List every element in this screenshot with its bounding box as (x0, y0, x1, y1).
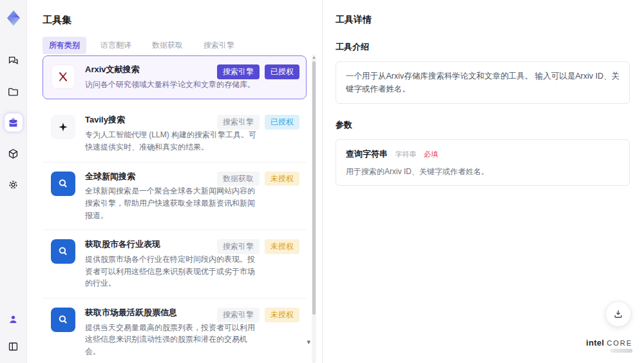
search-app-icon (51, 308, 75, 332)
tool-description: 全球新闻搜索是一个聚合全球各大新闻网站内容的搜索引擎，帮助用户快速获取全球最新资… (85, 185, 261, 221)
scroll-down-indicator: ▾ (307, 338, 310, 346)
param-required-flag: 必填 (424, 150, 438, 158)
category-badge: 搜索引擎 (217, 308, 260, 322)
intro-text: 一个用于从Arxiv存储库搜索科学论文和文章的工具。 输入可以是Arxiv ID… (346, 70, 620, 95)
collapse-sidebar-button[interactable] (5, 337, 23, 355)
scroll-up-arrow[interactable]: ▲ (312, 55, 316, 60)
search-app-icon (51, 239, 75, 264)
auth-status-badge: 已授权 (265, 115, 299, 130)
app-logo-icon (5, 9, 23, 27)
tool-description: 访问各个研究领域大量科学论文和文章的存储库。 (85, 79, 261, 91)
tool-card-sector-performance[interactable]: 获取股市各行业表现 提供股票市场各个行业在特定时间段内的表现。投资者可以利用这些… (43, 230, 307, 299)
param-name: 查询字符串 (346, 149, 388, 159)
download-button[interactable] (605, 301, 631, 327)
param-description: 用于搜索的Arxiv ID、关键字或作者姓名。 (346, 166, 620, 177)
sidebar-item-models[interactable] (5, 144, 23, 162)
tool-description: 提供当天交易量最高的股票列表，投资者可以利用这些信息来识别流动性强的股票和潜在的… (85, 322, 261, 358)
sidebar-item-chat[interactable] (5, 52, 23, 70)
chat-icon (7, 55, 19, 67)
tool-description: 提供股票市场各个行业在特定时间段内的表现。投资者可以利用这些信息来识别表现优于或… (85, 253, 261, 289)
toolbox-icon (7, 117, 19, 129)
category-badge: 搜索引擎 (217, 239, 260, 254)
param-box: 查询字符串 字符串 必填 用于搜索的Arxiv ID、关键字或作者姓名。 (336, 139, 630, 186)
param-type: 字符串 (395, 150, 416, 158)
cube-icon (7, 148, 19, 160)
tool-card-arxiv[interactable]: Arxiv文献搜索 访问各个研究领域大量科学论文和文章的存储库。 搜索引擎 已授… (43, 55, 307, 99)
auth-status-badge: 未授权 (265, 239, 299, 254)
intel-core-logo: intel CORE (586, 338, 632, 353)
category-tabs: 所有类别 语言翻译 数据获取 搜索引擎 (43, 37, 322, 54)
auth-status-badge: 未授权 (265, 308, 299, 322)
tab-language-translation[interactable]: 语言翻译 (94, 37, 138, 54)
detail-title: 工具详情 (336, 14, 630, 26)
auth-status-badge: 未授权 (265, 172, 299, 186)
category-badge: 搜索引擎 (217, 115, 260, 130)
user-avatar[interactable] (5, 310, 23, 328)
arxiv-logo-icon (51, 64, 75, 89)
tool-detail-panel: 工具详情 工具介绍 一个用于从Arxiv存储库搜索科学论文和文章的工具。 输入可… (322, 0, 644, 363)
brand-accent-bar (611, 349, 632, 353)
tool-list-panel: 工具集 所有类别 语言翻译 数据获取 搜索引擎 Arxiv文献搜索 访问各个研究… (27, 0, 322, 363)
category-badge: 搜索引擎 (217, 64, 260, 79)
tool-card-tavily[interactable]: Tavily搜索 专为人工智能代理 (LLM) 构建的搜索引擎工具。可快速提供实… (43, 106, 307, 162)
app-sidebar (0, 0, 27, 363)
tool-card-global-news[interactable]: 全球新闻搜索 全球新闻搜索是一个聚合全球各大新闻网站内容的搜索引擎，帮助用户快速… (43, 162, 307, 231)
intro-heading: 工具介绍 (336, 41, 630, 53)
folder-icon (7, 86, 19, 98)
params-heading: 参数 (336, 119, 630, 131)
tab-search-engine[interactable]: 搜索引擎 (197, 37, 241, 54)
collapse-panel-icon (7, 340, 19, 353)
sidebar-item-tools[interactable] (5, 113, 23, 132)
auth-status-badge: 已授权 (265, 64, 299, 79)
sidebar-item-files[interactable] (5, 83, 23, 101)
download-icon (612, 308, 624, 320)
tool-list: Arxiv文献搜索 访问各个研究领域大量科学论文和文章的存储库。 搜索引擎 已授… (43, 55, 307, 363)
intro-box: 一个用于从Arxiv存储库搜索科学论文和文章的工具。 输入可以是Arxiv ID… (336, 61, 630, 104)
page-title: 工具集 (43, 14, 322, 26)
tavily-logo-icon (51, 115, 75, 139)
tool-description: 专为人工智能代理 (LLM) 构建的搜索引擎工具。可快速提供实时、准确和真实的结… (85, 129, 261, 153)
list-scrollbar[interactable]: ▲ (312, 54, 316, 363)
brand-core: CORE (607, 339, 632, 347)
tab-data-fetching[interactable]: 数据获取 (146, 37, 189, 54)
sidebar-item-settings[interactable] (5, 175, 23, 193)
user-icon (7, 313, 19, 326)
gear-icon (7, 179, 19, 191)
tool-card-most-active-stocks[interactable]: 获取市场最活跃股票信息 提供当天交易量最高的股票列表，投资者可以利用这些信息来识… (43, 299, 307, 363)
search-app-icon (51, 172, 75, 196)
tab-all-categories[interactable]: 所有类别 (43, 37, 86, 54)
scrollbar-thumb[interactable] (312, 61, 316, 315)
category-badge: 数据获取 (217, 172, 260, 186)
brand-intel: intel (586, 338, 604, 348)
